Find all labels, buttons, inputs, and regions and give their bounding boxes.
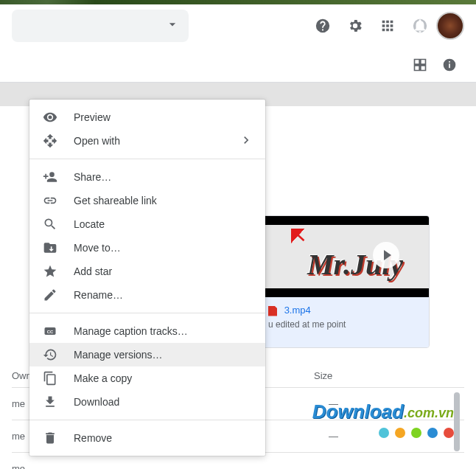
video-preview: Mr.July [259, 216, 429, 297]
header-size[interactable]: Size [314, 370, 332, 381]
copy-icon [41, 369, 59, 387]
svg-rect-3 [449, 61, 450, 63]
thumbnail-label: 3.mp4 u edited at me point [259, 297, 429, 348]
menu-divider [29, 313, 265, 313]
menu-label: Download [74, 396, 119, 408]
menu-label: Make a copy [74, 372, 132, 384]
thumbnail-subtitle: u edited at me point [268, 319, 420, 330]
menu-label: Locate [74, 218, 105, 230]
watermark: Download.com.vn [312, 400, 454, 438]
menu-divider [29, 159, 265, 159]
menu-make-copy[interactable]: Make a copy [29, 366, 265, 390]
gear-icon[interactable] [340, 11, 370, 41]
grid-view-icon[interactable] [411, 56, 429, 74]
caret-down-icon [165, 17, 180, 35]
search-dropdown[interactable] [12, 10, 189, 42]
person-add-icon [41, 168, 59, 186]
menu-label: Open with [74, 135, 120, 147]
user-avatar[interactable] [436, 12, 464, 40]
search-icon [41, 215, 59, 233]
edit-icon [41, 286, 59, 304]
menu-label: Share… [74, 171, 111, 183]
menu-divider [29, 420, 265, 420]
menu-open-with[interactable]: Open with [29, 129, 265, 153]
menu-locate[interactable]: Locate [29, 212, 265, 236]
menu-label: Move to… [74, 242, 121, 254]
folder-move-icon [41, 239, 59, 257]
filename-text: 3.mp4 [284, 305, 311, 316]
info-icon[interactable] [441, 56, 458, 74]
menu-share[interactable]: Share… [29, 165, 265, 189]
menu-download[interactable]: Download [29, 390, 265, 414]
svg-rect-2 [449, 63, 450, 68]
header-bar [0, 4, 476, 47]
history-icon [41, 346, 59, 364]
bell-icon[interactable] [405, 11, 435, 41]
menu-label: Manage caption tracks… [74, 325, 188, 337]
trash-icon [41, 429, 59, 447]
menu-label: Remove [74, 432, 112, 444]
help-icon[interactable] [308, 11, 337, 41]
view-toolbar [0, 47, 476, 83]
menu-move-to[interactable]: Move to… [29, 236, 265, 260]
chevron-right-icon [239, 133, 253, 150]
play-icon [373, 242, 399, 268]
watermark-suffix: .com.vn [404, 406, 454, 420]
scrollbar[interactable] [454, 392, 460, 451]
menu-label: Manage versions… [74, 349, 163, 361]
eye-icon [41, 108, 59, 126]
star-icon [41, 263, 59, 280]
svg-text:CC: CC [47, 330, 54, 334]
open-with-icon [41, 132, 59, 150]
watermark-brand: Download [312, 400, 404, 423]
menu-remove[interactable]: Remove [29, 426, 265, 450]
menu-label: Get shareable link [74, 195, 157, 206]
menu-label: Rename… [74, 289, 123, 301]
menu-shareable-link[interactable]: Get shareable link [29, 189, 265, 212]
menu-label: Preview [74, 111, 111, 123]
apps-grid-icon[interactable] [373, 11, 402, 41]
menu-manage-versions[interactable]: Manage versions… [29, 343, 265, 366]
menu-manage-captions[interactable]: CC Manage caption tracks… [29, 319, 265, 343]
download-icon [41, 393, 59, 411]
link-icon [41, 192, 59, 209]
menu-add-star[interactable]: Add star [29, 260, 265, 283]
file-thumbnail[interactable]: Mr.July 3.mp4 u edited at me point [259, 215, 430, 348]
menu-label: Add star [74, 265, 112, 277]
menu-rename[interactable]: Rename… [29, 283, 265, 307]
cc-icon: CC [41, 322, 59, 340]
watermark-dots [312, 428, 454, 438]
menu-preview[interactable]: Preview [29, 105, 265, 129]
video-file-icon [268, 306, 277, 316]
context-menu: Preview Open with Share… Get shareable l… [29, 100, 265, 456]
